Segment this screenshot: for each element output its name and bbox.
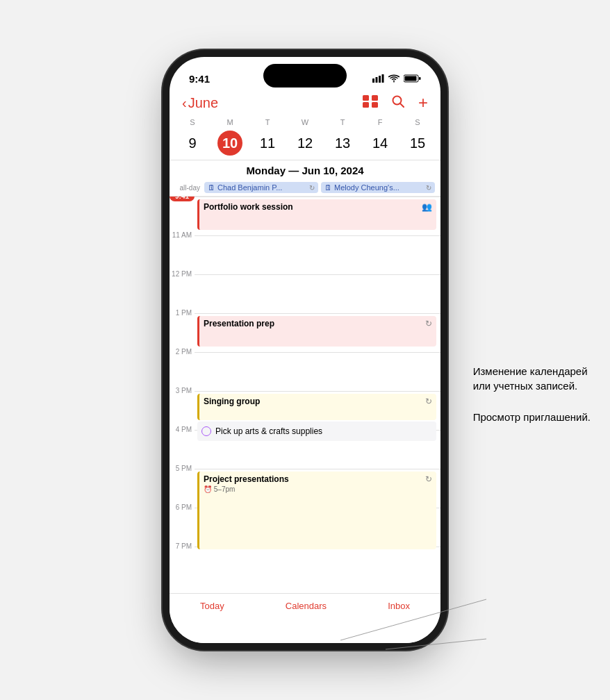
svg-rect-2: [379, 76, 381, 83]
dynamic-island: [263, 64, 347, 88]
event-portfolio-shared-icon: 👥: [422, 202, 432, 212]
time-line-11am: [195, 235, 440, 236]
time-line-3pm: [195, 391, 440, 392]
time-line-5pm: [195, 469, 440, 469]
event-presentation-repeat-icon: ↻: [425, 319, 432, 328]
current-time-indicator: 9:41: [170, 197, 440, 201]
time-label-1pm: 1 PM: [170, 309, 195, 317]
all-day-row: all-day 🗓 Chad Benjamin P... ↻ 🗓 Melody …: [170, 179, 440, 197]
current-time-badge: 9:41: [170, 197, 195, 201]
date-14[interactable]: 14: [361, 131, 399, 156]
back-month-button[interactable]: ‹ June: [182, 95, 218, 111]
time-slot-11am: 11 AM: [170, 235, 440, 274]
date-13[interactable]: 13: [324, 131, 361, 156]
annotation-inbox: Просмотр приглашений.: [473, 411, 591, 423]
time-slot-12pm: 12 PM: [170, 274, 440, 313]
back-chevron-icon: ‹: [182, 95, 187, 111]
status-icons: [372, 74, 421, 83]
time-label-12pm: 12 PM: [170, 270, 195, 278]
all-day-events: 🗓 Chad Benjamin P... ↻ 🗓 Melody Cheung's…: [204, 182, 435, 193]
task-arts-label: Pick up arts & crafts supplies: [215, 426, 322, 436]
svg-rect-1: [376, 77, 378, 83]
event-calendar-icon-melody: 🗓: [324, 183, 332, 192]
date-15[interactable]: 15: [399, 131, 436, 156]
week-days-header: S M T W T F S: [170, 117, 440, 128]
date-9[interactable]: 9: [174, 131, 211, 156]
day-label-f: F: [361, 117, 399, 128]
svg-rect-10: [372, 102, 378, 108]
event-singing-title: Singing group: [204, 397, 260, 406]
time-slot-2pm: 2 PM: [170, 352, 440, 391]
date-10-today[interactable]: 10: [217, 131, 242, 156]
task-arts-crafts[interactable]: Pick up arts & crafts supplies: [197, 422, 436, 441]
battery-icon: [404, 74, 421, 83]
event-project[interactable]: Project presentations ⏰ 5–7pm ↻: [197, 472, 436, 549]
day-label-m: M: [211, 117, 249, 128]
day-label-t2: T: [324, 117, 361, 128]
signal-icon: [372, 74, 384, 83]
event-project-subtitle: ⏰ 5–7pm: [204, 485, 235, 493]
svg-rect-8: [372, 95, 378, 101]
svg-rect-0: [372, 78, 374, 83]
grid-view-icon[interactable]: [363, 95, 378, 111]
tab-today[interactable]: Today: [200, 601, 224, 611]
month-label: June: [188, 95, 218, 111]
svg-rect-3: [382, 74, 384, 83]
time-line-12pm: [195, 274, 440, 275]
time-label-5pm: 5 PM: [170, 465, 195, 472]
day-label-s2: S: [399, 117, 436, 128]
annotations-area: Изменение календарей или учетных записей…: [473, 364, 591, 424]
header-icons: +: [363, 93, 428, 112]
event-portfolio-title: Portfolio work session: [204, 202, 293, 212]
date-11[interactable]: 11: [249, 131, 286, 156]
repeat-icon-melody: ↻: [426, 184, 431, 192]
time-line-1pm: [195, 313, 440, 314]
time-scroll: 10 AM 11 AM 12 PM 1 PM 2 PM: [170, 197, 440, 558]
time-label-4pm: 4 PM: [170, 426, 195, 433]
day-label-t1: T: [249, 117, 286, 128]
all-day-label: all-day: [175, 184, 200, 192]
search-icon[interactable]: [392, 95, 404, 111]
add-event-button[interactable]: +: [418, 93, 428, 112]
all-day-event-chad-label: Chad Benjamin P...: [217, 183, 282, 192]
time-label-2pm: 2 PM: [170, 348, 195, 356]
repeat-icon-chad: ↻: [309, 184, 315, 192]
tab-inbox[interactable]: Inbox: [388, 601, 410, 611]
event-project-title: Project presentations: [204, 474, 289, 484]
day-label-s1: S: [174, 117, 211, 128]
svg-rect-7: [363, 95, 369, 101]
all-day-event-chad[interactable]: 🗓 Chad Benjamin P... ↻: [204, 182, 318, 193]
task-checkbox-arts[interactable]: [201, 426, 211, 436]
time-label-6pm: 6 PM: [170, 503, 195, 511]
tab-calendars[interactable]: Calendars: [286, 601, 327, 611]
time-grid: 10 AM 11 AM 12 PM 1 PM 2 PM: [170, 197, 440, 558]
calendar-header: ‹ June +: [170, 90, 440, 117]
svg-rect-6: [419, 77, 421, 80]
time-line-2pm: [195, 352, 440, 353]
day-label-w: W: [286, 117, 324, 128]
event-singing-repeat-icon: ↻: [425, 397, 432, 406]
event-portfolio[interactable]: Portfolio work session 👥: [197, 199, 436, 230]
tab-bar: Today Calendars Inbox: [170, 593, 440, 643]
week-dates-row: 9 10 11 12 13 14 15: [170, 131, 440, 156]
svg-rect-9: [363, 102, 369, 108]
event-presentation[interactable]: Presentation prep ↻: [197, 316, 436, 347]
time-label-3pm: 3 PM: [170, 387, 195, 394]
wifi-icon: [388, 74, 399, 83]
annotation-calendars: Изменение календарей или учетных записей…: [473, 365, 588, 392]
svg-rect-5: [405, 76, 417, 81]
phone-frame: 9:41: [170, 57, 440, 643]
event-calendar-icon-chad: 🗓: [208, 183, 215, 192]
time-label-7pm: 7 PM: [170, 542, 195, 550]
event-project-repeat-icon: ↻: [425, 474, 432, 484]
date-title: Monday — Jun 10, 2024: [170, 160, 440, 179]
status-time: 9:41: [189, 73, 210, 85]
date-12[interactable]: 12: [286, 131, 324, 156]
event-presentation-title: Presentation prep: [204, 319, 274, 328]
svg-line-12: [400, 103, 404, 107]
all-day-event-melody-label: Melody Cheung's...: [334, 183, 399, 192]
event-singing[interactable]: Singing group ↻: [197, 394, 436, 420]
time-label-11am: 11 AM: [170, 231, 195, 239]
all-day-event-melody[interactable]: 🗓 Melody Cheung's... ↻: [321, 182, 435, 193]
